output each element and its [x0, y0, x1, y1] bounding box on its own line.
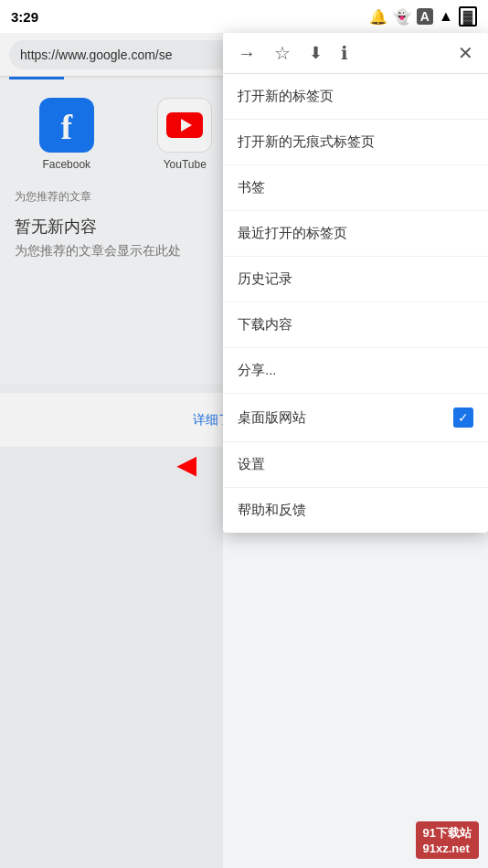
context-menu: → ☆ ⬇ ℹ ✕ 打开新的标签页 打开新的无痕式标签页 书签 最近打开的标签页…: [223, 33, 488, 533]
notification-icon: 🔔: [369, 8, 387, 26]
accessibility-icon: A: [417, 8, 433, 25]
menu-item-history[interactable]: 历史记录: [223, 257, 488, 302]
menu-toolbar: → ☆ ⬇ ℹ ✕: [223, 33, 488, 74]
menu-item-bookmarks[interactable]: 书签: [223, 165, 488, 211]
menu-item-settings[interactable]: 设置 ◀: [223, 442, 488, 488]
bookmark-icon[interactable]: ☆: [274, 42, 291, 64]
info-icon[interactable]: ℹ: [341, 42, 348, 64]
status-icons: 🔔 👻 A ▲ ▓: [369, 6, 477, 26]
status-bar: 3:29 🔔 👻 A ▲ ▓: [0, 0, 488, 33]
menu-item-downloads[interactable]: 下载内容: [223, 302, 488, 348]
forward-icon[interactable]: →: [238, 43, 256, 64]
status-time: 3:29: [11, 9, 38, 25]
desktop-site-checkbox[interactable]: ✓: [453, 408, 473, 428]
close-icon[interactable]: ✕: [458, 42, 473, 64]
menu-item-new-tab[interactable]: 打开新的标签页: [223, 74, 488, 120]
menu-item-recent-tabs[interactable]: 最近打开的标签页: [223, 211, 488, 257]
battery-icon: ▓: [459, 6, 477, 26]
menu-item-help[interactable]: 帮助和反馈: [223, 488, 488, 533]
menu-item-desktop-site[interactable]: 桌面版网站 ✓: [223, 394, 488, 442]
download-icon[interactable]: ⬇: [309, 43, 323, 63]
watermark: 91下载站91xz.net: [416, 821, 479, 859]
wifi-icon: ▲: [439, 8, 453, 25]
menu-item-incognito[interactable]: 打开新的无痕式标签页: [223, 120, 488, 165]
ghost-icon: 👻: [393, 8, 411, 26]
menu-item-share[interactable]: 分享...: [223, 348, 488, 394]
red-arrow: ◀: [177, 450, 196, 479]
